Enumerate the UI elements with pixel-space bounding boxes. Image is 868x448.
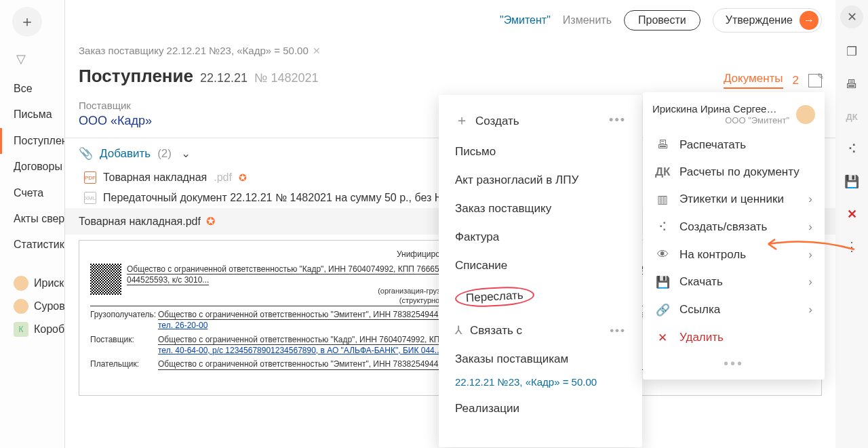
sub-order-link[interactable]: 22.12.21 №23, «Кадр» = 50.00 <box>439 373 642 394</box>
link-icon: 🔗 <box>655 303 670 317</box>
person-item[interactable]: ККоробов <box>0 318 64 341</box>
breadcrumb: Заказ поставщику 22.12.21 №23, «Кадр» = … <box>65 33 835 56</box>
sidebar-people: Ирискина Суровцев ККоробов <box>0 272 64 341</box>
tab-documents[interactable]: Документы <box>724 72 783 89</box>
page-title: Поступление <box>79 66 193 87</box>
emitter-link[interactable]: "Эмитент" <box>500 14 551 26</box>
run-button[interactable]: Провести <box>624 10 701 30</box>
more-dots-icon[interactable]: ••• <box>643 352 825 371</box>
nav-all[interactable]: Все <box>0 76 64 102</box>
filter-icon[interactable]: ▽ <box>16 52 64 66</box>
edit-icon[interactable] <box>808 74 822 87</box>
window-icon[interactable]: ❐ <box>842 42 861 61</box>
avatar-icon <box>14 299 28 314</box>
file-name: Товарная накладная <box>103 171 207 184</box>
field-label: Грузополучатель: <box>90 309 158 331</box>
nav-contracts[interactable]: Договоры <box>0 154 64 180</box>
person-label: Ирискина <box>34 277 64 289</box>
chevron-right-icon: › <box>808 220 812 234</box>
more-icon[interactable]: ⋮ <box>842 237 861 256</box>
action-print[interactable]: 🖶Распечатать <box>643 131 825 159</box>
delete-icon[interactable]: ✕ <box>842 205 861 224</box>
more-dots-icon[interactable]: ••• <box>610 324 626 338</box>
menu-item-linkwith[interactable]: ⅄Связать с ••• <box>439 314 642 345</box>
actions-menu: Ирискина Ирина Сергее… ООО "Эмитент" 🖶Ра… <box>643 92 825 380</box>
action-download[interactable]: 💾Скачать› <box>643 268 825 296</box>
menu-item-orders[interactable]: Заказы поставщикам <box>439 345 642 373</box>
action-label: Распечатать <box>679 138 746 152</box>
field-value: Общество с ограниченной ответственностью… <box>158 310 450 320</box>
chevron-right-icon: › <box>808 192 812 206</box>
pdf-icon: PDF <box>84 171 96 184</box>
menu-item-writeoff[interactable]: Списание <box>439 251 642 280</box>
chevron-down-icon[interactable]: ⌄ <box>181 146 191 161</box>
top-bar: "Эмитент" Изменить Провести Утверждение … <box>65 0 835 33</box>
person-label: Коробов <box>34 323 64 335</box>
attach-add-label: Добавить <box>100 147 151 161</box>
dk-icon[interactable]: ДК <box>842 107 861 126</box>
create-menu: ＋Создать ••• Письмо Акт разногласий в ЛП… <box>439 95 642 447</box>
menu-item-facture[interactable]: Фактура <box>439 223 642 251</box>
add-button[interactable]: ＋ <box>12 7 42 37</box>
field-label: Плательщик: <box>90 359 158 370</box>
tel-link[interactable]: тел. 40-64-00, р/с 12345678901234567890,… <box>158 346 441 355</box>
user-org: ООО "Эмитент" <box>652 115 789 126</box>
nav-stats[interactable]: Статистика <box>0 232 64 258</box>
action-labels[interactable]: ▥Этикетки и ценники› <box>643 186 825 213</box>
approve-label: Утверждение <box>726 14 793 26</box>
close-icon[interactable]: ✕ <box>840 5 863 28</box>
menu-item-real[interactable]: Реализации <box>439 394 642 423</box>
sidebar-nav: Все Письма Поступления Договоры Счета Ак… <box>0 76 64 258</box>
nav-letters[interactable]: Письма <box>0 102 64 127</box>
person-item[interactable]: Суровцев <box>0 295 64 318</box>
forward-label: Переслать <box>454 285 534 308</box>
avatar-icon <box>14 276 28 291</box>
action-delete[interactable]: ✕Удалить <box>643 324 825 352</box>
cert-badge-icon: ✪ <box>239 172 247 183</box>
edit-link[interactable]: Изменить <box>563 14 612 26</box>
linkwith-label: Связать с <box>470 324 522 337</box>
action-label: Удалить <box>679 331 724 344</box>
delete-icon: ✕ <box>655 331 670 345</box>
dk-icon: ДК <box>655 165 670 179</box>
nav-acts[interactable]: Акты сверки <box>0 206 64 232</box>
create-label[interactable]: Создать <box>475 115 519 127</box>
tel-link[interactable]: тел. 26-20-00 <box>158 321 208 330</box>
link-icon: ⅄ <box>455 324 462 337</box>
file-name: Передаточный документ 22.12.21 № 1482021… <box>103 192 458 204</box>
menu-user-head[interactable]: Ирискина Ирина Сергее… ООО "Эмитент" <box>643 99 825 131</box>
breadcrumb-text[interactable]: Заказ поставщику 22.12.21 №23, «Кадр» = … <box>79 45 309 56</box>
arrow-right-icon: → <box>800 11 818 30</box>
print-icon[interactable]: 🖶 <box>842 75 861 94</box>
docs-count: 2 <box>793 74 799 87</box>
menu-item-forward[interactable]: Переслать <box>439 280 642 314</box>
field-value: Общество с ограниченной ответственностью… <box>158 335 454 345</box>
approve-button[interactable]: Утверждение → <box>713 8 822 33</box>
menu-item-act[interactable]: Акт разногласий в ЛПУ <box>439 166 642 195</box>
left-sidebar: ＋ ▽ Все Письма Поступления Договоры Счет… <box>0 0 65 448</box>
attach-count: (2) <box>157 147 172 161</box>
action-watch[interactable]: 👁На контроль› <box>643 241 825 268</box>
nav-invoices[interactable]: Счета <box>0 180 64 206</box>
menu-item-order[interactable]: Заказ поставщику <box>439 195 642 223</box>
action-create-link[interactable]: ⠪Создать/связать› <box>643 213 825 241</box>
eye-icon: 👁 <box>655 248 670 262</box>
close-breadcrumb-icon[interactable]: ✕ <box>313 45 321 56</box>
share-icon[interactable]: ⠪ <box>842 140 861 159</box>
barcode-icon: ▥ <box>655 192 670 207</box>
title-number: № 1482021 <box>254 71 318 85</box>
action-calc[interactable]: ДКРасчеты по документу <box>643 159 825 186</box>
more-dots-icon[interactable]: ••• <box>609 113 626 127</box>
avatar-icon <box>796 105 815 124</box>
print-icon: 🖶 <box>655 138 670 152</box>
save-icon[interactable]: 💾 <box>842 172 861 191</box>
action-link[interactable]: 🔗Ссылка› <box>643 296 825 324</box>
menu-header: ＋Создать ••• <box>439 106 642 138</box>
preview-filename: Товарная накладная.pdf <box>79 216 201 228</box>
person-item[interactable]: Ирискина <box>0 272 64 295</box>
action-label: Расчеты по документу <box>679 165 800 179</box>
menu-item-letter[interactable]: Письмо <box>439 138 642 166</box>
nav-receipts[interactable]: Поступления <box>0 128 64 154</box>
avatar-icon: К <box>14 322 28 337</box>
user-name: Ирискина Ирина Сергее… <box>652 103 789 115</box>
